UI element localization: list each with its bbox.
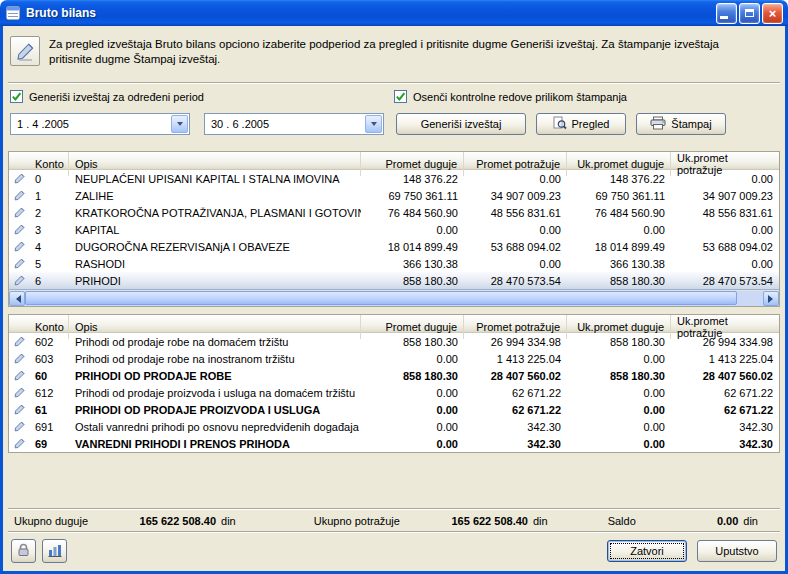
table-row[interactable]: 5RASHODI366 130.380.00366 130.380.00 <box>9 255 779 272</box>
lock-button[interactable] <box>11 539 36 563</box>
cell-uk-promet-duguje: 18 014 899.49 <box>567 241 671 253</box>
lock-icon <box>17 543 30 559</box>
cell-konto: 69 <box>29 438 69 450</box>
edit-row-icon[interactable] <box>9 438 29 449</box>
cell-uk-promet-duguje: 69 750 361.11 <box>567 190 671 202</box>
cell-promet-potrazuje: 1 413 225.04 <box>464 353 567 365</box>
print-button[interactable]: Štampaj <box>636 113 726 135</box>
table-row[interactable]: 3KAPITAL0.000.000.000.00 <box>9 221 779 238</box>
cell-opis: Prihodi od prodaje robe na domaćem tržiš… <box>69 336 361 348</box>
cell-konto: 603 <box>29 353 69 365</box>
cell-promet-potrazuje: 53 688 094.02 <box>464 241 567 253</box>
saldo-label: Saldo <box>608 515 636 527</box>
cell-promet-potrazuje: 48 556 831.61 <box>464 207 567 219</box>
edit-row-icon[interactable] <box>9 421 29 432</box>
preview-label: Pregled <box>572 118 610 130</box>
cell-uk-promet-duguje: 0.00 <box>567 421 671 433</box>
scrollbar-track[interactable] <box>25 291 763 306</box>
maximize-button[interactable] <box>739 3 760 24</box>
minimize-icon <box>720 16 728 19</box>
cell-opis: NEUPLAĆENI UPISANI KAPITAL I STALNA IMOV… <box>69 173 361 185</box>
cell-promet-duguje: 858 180.30 <box>361 336 464 348</box>
shade-rows-checkbox[interactable]: Osenči kontrolne redove prilikom štampan… <box>394 90 627 103</box>
cell-uk-promet-potrazuje: 342.30 <box>671 438 779 450</box>
minimize-button[interactable] <box>716 3 737 24</box>
generate-period-checkbox[interactable]: Generiši izveštaj za određeni period <box>10 90 204 103</box>
cell-uk-promet-potrazuje: 34 907 009.23 <box>671 190 779 202</box>
options-row: Generiši izveštaj za određeni period Ose… <box>10 90 778 105</box>
table-row[interactable]: 6PRIHODI858 180.3028 470 573.54858 180.3… <box>9 272 779 290</box>
edit-row-icon[interactable] <box>9 207 29 218</box>
bruto-bilans-window: Bruto bilans × Za pregled izveštaja Brut… <box>0 0 788 574</box>
report-pencil-icon <box>10 36 40 66</box>
chart-button[interactable] <box>42 539 67 563</box>
edit-row-icon[interactable] <box>9 190 29 201</box>
cell-promet-potrazuje: 342.30 <box>464 421 567 433</box>
table-body: 0NEUPLAĆENI UPISANI KAPITAL I STALNA IMO… <box>9 170 779 290</box>
cell-promet-potrazuje: 62 671.22 <box>464 387 567 399</box>
close-window-button[interactable]: × <box>762 3 783 24</box>
cell-konto: 6 <box>29 275 69 287</box>
cell-promet-potrazuje: 34 907 009.23 <box>464 190 567 202</box>
table-row[interactable]: 612Prihodi od prodaje proizvoda i usluga… <box>9 384 779 401</box>
separator <box>8 531 780 533</box>
date-to-select[interactable]: 30 . 6 .2005 <box>204 113 384 135</box>
checkbox-checked-icon <box>10 90 23 103</box>
cell-uk-promet-duguje: 858 180.30 <box>567 275 671 287</box>
cell-promet-duguje: 0.00 <box>361 421 464 433</box>
saldo-value: 0.00 <box>636 515 739 527</box>
close-icon: × <box>769 7 777 20</box>
app-icon <box>5 5 21 21</box>
cell-promet-potrazuje: 26 994 334.98 <box>464 336 567 348</box>
date-from-select[interactable]: 1 . 4 .2005 <box>10 113 190 135</box>
edit-row-icon[interactable] <box>9 173 29 184</box>
horizontal-scrollbar[interactable] <box>9 290 779 306</box>
cell-uk-promet-potrazuje: 48 556 831.61 <box>671 207 779 219</box>
table-row[interactable]: 0NEUPLAĆENI UPISANI KAPITAL I STALNA IMO… <box>9 170 779 187</box>
table-row[interactable]: 2KRATKOROČNA POTRAŽIVANJA, PLASMANI I GO… <box>9 204 779 221</box>
chevron-down-icon[interactable] <box>171 115 188 133</box>
edit-row-icon[interactable] <box>9 404 29 415</box>
dialog-body: Za pregled izveštaja Bruto bilans opcion… <box>0 26 788 574</box>
scrollbar-thumb[interactable] <box>25 291 737 305</box>
table-row[interactable]: 602Prihodi od prodaje robe na domaćem tr… <box>9 333 779 350</box>
edit-row-icon[interactable] <box>9 258 29 269</box>
cell-uk-promet-potrazuje: 62 671.22 <box>671 404 779 416</box>
edit-row-icon[interactable] <box>9 370 29 381</box>
preview-button[interactable]: Pregled <box>536 113 626 135</box>
scroll-right-icon[interactable] <box>763 291 779 306</box>
cell-uk-promet-duguje: 0.00 <box>567 353 671 365</box>
edit-row-icon[interactable] <box>9 387 29 398</box>
total-credit-label: Ukupno potražuje <box>314 515 400 527</box>
table-header: Konto Opis Promet duguje Promet potražuj… <box>9 315 779 333</box>
generate-report-button[interactable]: Generiši izveštaj <box>396 113 526 135</box>
edit-row-icon[interactable] <box>9 275 29 286</box>
shade-rows-label: Osenči kontrolne redove prilikom štampan… <box>413 91 627 103</box>
table-row[interactable]: 4DUGOROČNA REZERVISANjA I OBAVEZE18 014 … <box>9 238 779 255</box>
konto-class-table: Konto Opis Promet duguje Promet potražuj… <box>8 151 780 307</box>
cell-promet-potrazuje: 0.00 <box>464 258 567 270</box>
controls-row: 1 . 4 .2005 30 . 6 .2005 Generiši izvešt… <box>10 113 778 135</box>
window-title: Bruto bilans <box>26 6 716 20</box>
edit-row-icon[interactable] <box>9 241 29 252</box>
cell-opis: KAPITAL <box>69 224 361 236</box>
table-row[interactable]: 60PRIHODI OD PRODAJE ROBE858 180.3028 40… <box>9 367 779 384</box>
table-row[interactable]: 691Ostali vanredni prihodi po osnovu nep… <box>9 418 779 435</box>
table-row[interactable]: 61PRIHODI OD PRODAJE PROIZVODA I USLUGA0… <box>9 401 779 418</box>
table-row[interactable]: 1ZALIHE69 750 361.1134 907 009.2369 750 … <box>9 187 779 204</box>
cell-konto: 61 <box>29 404 69 416</box>
edit-row-icon[interactable] <box>9 224 29 235</box>
table-row[interactable]: 69VANREDNI PRIHODI I PRENOS PRIHODA0.003… <box>9 435 779 452</box>
edit-row-icon[interactable] <box>9 336 29 347</box>
cell-uk-promet-duguje: 76 484 560.90 <box>567 207 671 219</box>
cell-promet-duguje: 858 180.30 <box>361 370 464 382</box>
table-row[interactable]: 603Prihodi od prodaje robe na inostranom… <box>9 350 779 367</box>
cell-uk-promet-duguje: 366 130.38 <box>567 258 671 270</box>
chevron-down-icon[interactable] <box>365 115 382 133</box>
scroll-left-icon[interactable] <box>9 291 25 306</box>
edit-row-icon[interactable] <box>9 353 29 364</box>
cell-uk-promet-potrazuje: 0.00 <box>671 173 779 185</box>
cell-uk-promet-duguje: 148 376.22 <box>567 173 671 185</box>
close-dialog-button[interactable]: Zatvori <box>607 540 687 562</box>
help-button[interactable]: Uputstvo <box>697 540 777 562</box>
